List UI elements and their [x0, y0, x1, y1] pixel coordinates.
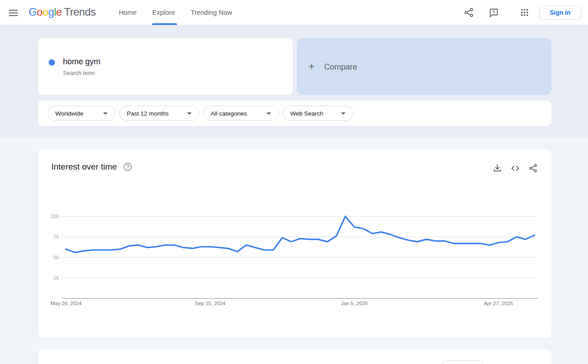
add-comparison-card[interactable]: + Compare: [297, 38, 551, 95]
nav-tab-trending-now[interactable]: Trending Now: [191, 8, 232, 16]
chevron-down-icon: [103, 112, 108, 115]
compare-label: Compare: [324, 62, 357, 72]
chart-action-buttons: [492, 163, 538, 173]
search-term-text: home gym: [63, 57, 100, 66]
svg-text:May 26, 2024: May 26, 2024: [50, 301, 82, 306]
svg-text:Jan 5, 2025: Jan 5, 2025: [341, 301, 367, 306]
share-icon[interactable]: [528, 163, 538, 173]
active-tab-underline: [152, 23, 177, 25]
chart-title: Interest over time: [51, 162, 117, 172]
logo-trends-word: Trends: [64, 6, 96, 18]
embed-icon[interactable]: [510, 163, 520, 173]
time-range-filter-dropdown[interactable]: Past 12 months: [119, 106, 199, 121]
nav-tab-home[interactable]: Home: [119, 8, 137, 16]
category-filter-dropdown[interactable]: All categories: [203, 106, 279, 121]
google-trends-logo[interactable]: GoogleTrends: [29, 6, 96, 18]
sign-in-button[interactable]: Sign in: [539, 5, 581, 20]
results-section: Interest over time: [0, 138, 588, 364]
interest-over-time-chart[interactable]: 100755025May 26, 2024Sep 15, 2024Jan 5, …: [38, 187, 551, 335]
chevron-down-icon: [187, 112, 192, 115]
region-filter-dropdown[interactable]: Worldwide: [48, 106, 115, 121]
share-icon[interactable]: [463, 7, 474, 18]
search-type-filter-dropdown[interactable]: Web Search: [283, 106, 353, 121]
query-controls-section: home gym Search term + Compare Worldwide…: [0, 25, 588, 138]
svg-text:Apr 27, 2025: Apr 27, 2025: [484, 301, 513, 306]
svg-text:Sep 15, 2024: Sep 15, 2024: [195, 301, 226, 306]
nav-tab-explore[interactable]: Explore: [152, 8, 175, 16]
chart-header: Interest over time: [51, 162, 132, 172]
apps-grid-icon[interactable]: [519, 7, 530, 18]
dropdown-button-partial[interactable]: [442, 360, 484, 364]
search-term-card[interactable]: home gym Search term: [38, 38, 293, 95]
logo-google-word: Google: [29, 6, 62, 18]
series-color-dot: [49, 59, 55, 66]
menu-icon[interactable]: [7, 7, 20, 19]
filter-bar: Worldwide Past 12 months All categories …: [38, 100, 551, 126]
top-bar: GoogleTrends Home Explore Trending Now: [0, 0, 588, 25]
svg-text:50: 50: [54, 255, 59, 260]
next-results-card-partial: [38, 349, 551, 364]
svg-text:100: 100: [51, 214, 59, 219]
google-trends-explore-page: GoogleTrends Home Explore Trending Now: [0, 0, 588, 364]
search-term-type-label: Search term: [63, 70, 95, 76]
download-icon[interactable]: [492, 163, 502, 173]
feedback-icon[interactable]: [488, 7, 499, 18]
chevron-down-icon: [267, 112, 271, 115]
interest-over-time-card: Interest over time: [38, 149, 551, 338]
help-icon[interactable]: [123, 162, 132, 171]
svg-text:25: 25: [54, 275, 59, 281]
svg-text:75: 75: [54, 234, 59, 240]
chevron-down-icon: [341, 112, 346, 115]
plus-icon: +: [309, 60, 315, 73]
